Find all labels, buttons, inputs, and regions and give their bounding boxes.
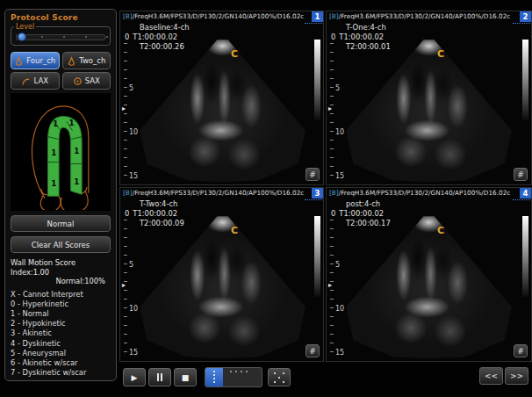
mode-tag: [B] — [123, 189, 133, 197]
view-label: T-One:4-ch — [346, 23, 386, 32]
score-legend-item: 3 - Akinetic — [11, 328, 111, 338]
ultrasound-image — [339, 207, 519, 358]
score-normal-line: Normal:100% — [11, 277, 111, 286]
timer-t2: T2:00:00.26 — [140, 42, 184, 51]
depth-tick: 5 — [129, 261, 133, 269]
segment-score: 1 — [69, 119, 75, 127]
scrubber-handle-icon[interactable] — [205, 368, 223, 386]
focus-marker-icon: ▸ — [328, 105, 332, 112]
score-legend-item: 4 - Dyskinetic — [11, 339, 111, 349]
quadrant-number-badge: 1 — [312, 11, 323, 22]
echo-quadrant-2[interactable]: [B]/FreqH3.6M/FPS33/D/P130/2/GN140/AP100… — [326, 11, 532, 185]
view-button-four-ch[interactable]: Four_ch — [11, 52, 60, 69]
acquisition-settings: [B]/FreqH3.6M/FPS33/D/P130/2/GN140/AP100… — [329, 189, 517, 197]
protocol-score-panel: Protocol Score Level Four_ch Two_ch — [4, 9, 117, 381]
mode-tag: [B] — [329, 12, 339, 20]
level-slider[interactable] — [16, 34, 105, 40]
prev-page-button[interactable]: << — [479, 367, 503, 385]
wall-motion-scoring-screen: Protocol Score Level Four_ch Two_ch — [0, 0, 532, 397]
frame-step-icon — [274, 372, 284, 383]
stop-icon: ■ — [182, 373, 190, 382]
acquisition-settings: [B]/FreqH3.6M/FPS33/D/P130/2/GN140/AP100… — [329, 12, 517, 20]
depth-tick: 10 — [129, 305, 138, 313]
view-button-two-ch[interactable]: Two_ch — [62, 52, 111, 69]
sector-probe-icon — [67, 56, 76, 66]
annotation-button[interactable]: # — [514, 344, 528, 357]
depth-ruler: 5 10 15 ▸ — [330, 43, 344, 182]
mode-tag: [B] — [123, 12, 133, 20]
orientation-marker: C — [231, 225, 238, 236]
score-legend: X - Cannot Interpret 0 - Hyperkinetic 1 … — [11, 290, 111, 379]
echo-quadrant-1[interactable]: [B]/FreqH3.6M/FPS33/D/P130/2/GN140/AP100… — [119, 11, 324, 185]
view-button-label: LAX — [33, 76, 48, 85]
view-label: Baseline:4-ch — [140, 23, 190, 32]
acquisition-settings: [B]/FreqH3.6M/FPS33/D/P130/2/GN140/AP100… — [123, 189, 309, 197]
heart-segment-diagram: 1 1 1 1 1 1 — [11, 94, 111, 210]
annotation-button[interactable]: # — [514, 168, 528, 181]
score-legend-item: 5 - Aneurysmal — [11, 349, 111, 358]
depth-tick: 10 — [129, 128, 138, 136]
pause-button[interactable] — [148, 368, 171, 386]
orientation-marker: C — [437, 48, 444, 60]
focus-indicator — [305, 199, 322, 200]
wall-motion-diagram[interactable]: 1 1 1 1 1 1 — [11, 93, 111, 211]
panel-title: Protocol Score — [11, 13, 111, 22]
annotation-button[interactable]: # — [306, 168, 320, 181]
depth-tick: 15 — [129, 349, 138, 357]
timer-t1: T1:00:00.02 — [133, 209, 177, 218]
timer-t1: T1:00:00.02 — [133, 32, 177, 41]
play-button[interactable]: ▶ — [123, 368, 146, 386]
pause-icon — [157, 373, 162, 381]
ultrasound-image — [133, 207, 313, 358]
score-summary: Wall Motion Score Index:1.00 Normal:100% — [11, 258, 111, 286]
grayscale-bar — [522, 40, 528, 120]
focus-marker-icon: ▸ — [328, 281, 332, 289]
segment-score: 1 — [53, 119, 58, 128]
depth-zero-label: 0 — [331, 32, 335, 41]
clear-all-scores-button[interactable]: Clear All Scores — [11, 236, 111, 253]
timer-t2: T2:00:00.01 — [346, 42, 391, 51]
timer-t2: T2:00:00.09 — [140, 219, 184, 227]
score-legend-item: X - Cannot Interpret — [11, 290, 111, 300]
settings-text: /FreqH3.6M/FPS33/D/P130/2/GN140/AP100%/D… — [133, 12, 305, 20]
depth-zero-label: 0 — [331, 209, 335, 218]
depth-zero-label: 0 — [125, 32, 129, 41]
normal-button[interactable]: Normal — [11, 215, 111, 232]
score-legend-item: 2 - Hypokinetic — [11, 319, 111, 328]
cine-scrubber[interactable] — [205, 367, 262, 387]
page-navigation: << >> — [479, 367, 528, 385]
next-page-button[interactable]: >> — [505, 367, 528, 385]
quadrant-number-badge: 2 — [520, 11, 531, 22]
scrubber-track[interactable] — [223, 368, 262, 386]
score-legend-item: 0 - Hyperkinetic — [11, 300, 111, 309]
view-button-sax[interactable]: SAX — [62, 72, 111, 90]
segment-score: 1 — [51, 179, 56, 188]
view-label: T-Two:4-ch — [140, 199, 177, 208]
long-axis-icon — [21, 76, 31, 86]
depth-tick: 10 — [335, 128, 344, 136]
level-slider-thumb[interactable] — [18, 32, 26, 41]
annotation-button[interactable]: # — [306, 344, 320, 357]
depth-tick: 10 — [335, 305, 344, 313]
segment-score: 1 — [74, 147, 79, 155]
depth-ruler: 5 10 15 ▸ — [330, 220, 344, 358]
score-legend-item: 1 - Normal — [11, 309, 111, 319]
grayscale-bar — [522, 216, 528, 297]
acquisition-settings: [B]/FreqH3.6M/FPS33/D/P130/2/GN140/AP100… — [123, 12, 309, 20]
score-legend-item: 7 - Dyskinetic w/scar — [11, 368, 111, 378]
stop-button[interactable]: ■ — [174, 368, 197, 386]
settings-text: /FreqH3.6M/FPS33/D/P130/2/GN140/AP100%/D… — [339, 189, 511, 197]
timer-t2: T2:00:00.17 — [346, 219, 391, 227]
echo-quadrant-4[interactable]: [B]/FreqH3.6M/FPS33/D/P130/2/GN140/AP100… — [326, 187, 532, 362]
frame-step-button[interactable] — [268, 368, 291, 386]
depth-tick: 15 — [335, 349, 344, 357]
quadrant-number-badge: 4 — [520, 188, 531, 198]
echo-quadrant-3[interactable]: [B]/FreqH3.6M/FPS33/D/P130/2/GN140/AP100… — [119, 187, 324, 362]
depth-zero-label: 0 — [125, 209, 129, 218]
depth-ruler: 5 10 15 ▸ — [124, 220, 138, 358]
ultrasound-image — [133, 31, 313, 182]
score-legend-item: 6 - Akinetic w/scar — [11, 358, 111, 368]
view-button-lax[interactable]: LAX — [11, 72, 60, 90]
settings-text: /FreqH3.6M/FPS33/D/P130/2/GN140/AP100%/D… — [133, 189, 305, 197]
sector-probe-icon — [14, 56, 24, 66]
